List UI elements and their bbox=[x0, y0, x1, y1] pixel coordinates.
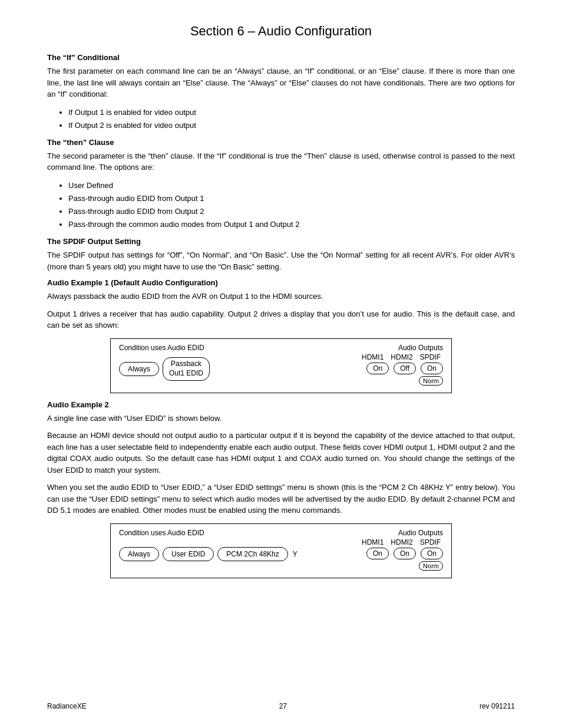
para-audio-ex1-2: Output 1 drives a receiver that has audi… bbox=[47, 308, 515, 331]
list-item: If Output 2 is enabled for video output bbox=[68, 119, 515, 132]
list-item: If Output 1 is enabled for video output bbox=[68, 106, 515, 119]
diagram1-spdif-output[interactable]: On bbox=[421, 363, 443, 374]
list-item: Pass-through the common audio modes from… bbox=[68, 218, 515, 231]
diagram1-norm-pill[interactable]: Norm bbox=[419, 376, 443, 386]
bullets-then-clause: User Defined Pass-through audio EDID fro… bbox=[68, 179, 515, 231]
diagram1-right-section: HDMI1 HDMI2 SPDIF On Off On Norm bbox=[362, 353, 443, 386]
section-spdif: The SPDIF Output Setting The SPDIF outpu… bbox=[47, 237, 515, 272]
heading-spdif: The SPDIF Output Setting bbox=[47, 237, 515, 246]
section-audio-example-2: Audio Example 2 A single line case with … bbox=[47, 400, 515, 578]
diagram2-hdmi2-label: HDMI2 bbox=[391, 538, 412, 546]
diagram1-row: Always PassbackOut1 EDID HDMI1 HDMI2 SPD… bbox=[119, 353, 443, 386]
diagram-audio-example-1: Condition uses Audio EDID Audio Outputs … bbox=[110, 338, 452, 393]
diagram2-norm-pill[interactable]: Norm bbox=[419, 561, 443, 571]
para-then-clause-1: The second parameter is the “then” claus… bbox=[47, 150, 515, 173]
diagram2-sublabels: HDMI1 HDMI2 SPDIF bbox=[362, 538, 443, 546]
diagram1-buttons: Always PassbackOut1 EDID bbox=[119, 357, 210, 380]
diagram1-hdmi2-output[interactable]: Off bbox=[394, 363, 416, 374]
footer-right: rev 091211 bbox=[480, 702, 515, 710]
diagram2-output-row: On On On bbox=[366, 548, 443, 559]
list-item: Pass-through audio EDID from Output 2 bbox=[68, 205, 515, 218]
diagram2-pcm-button[interactable]: PCM 2Ch 48Khz bbox=[217, 547, 287, 561]
diagram2-y-label: Y bbox=[293, 550, 297, 558]
heading-audio-example-2: Audio Example 2 bbox=[47, 400, 515, 409]
footer-center: 27 bbox=[279, 702, 287, 710]
diagram2-always-button[interactable]: Always bbox=[119, 547, 159, 561]
diagram2-norm-row: Norm bbox=[419, 560, 443, 571]
section-audio-example-1: Audio Example 1 (Default Audio Configura… bbox=[47, 278, 515, 393]
diagram1-always-button[interactable]: Always bbox=[119, 362, 159, 376]
diagram1-right-label: Audio Outputs bbox=[398, 344, 443, 352]
diagram-audio-example-2: Condition uses Audio EDID Audio Outputs … bbox=[110, 523, 452, 578]
section-then-clause: The “then” Clause The second parameter i… bbox=[47, 138, 515, 231]
diagram2-left-label: Condition uses Audio EDID bbox=[119, 529, 204, 537]
diagram1-hdmi1-output[interactable]: On bbox=[366, 363, 389, 374]
diagram2-row: Always User EDID PCM 2Ch 48Khz Y HDMI1 H… bbox=[119, 538, 443, 571]
diagram1-spdif-label: SPDIF bbox=[420, 353, 441, 361]
diagram1-norm-row: Norm bbox=[419, 375, 443, 386]
list-item: User Defined bbox=[68, 179, 515, 192]
diagram2-top-labels: Condition uses Audio EDID Audio Outputs bbox=[119, 529, 443, 537]
para-spdif-1: The SPDIF output has settings for “Off”,… bbox=[47, 249, 515, 272]
diagram1-passback-button[interactable]: PassbackOut1 EDID bbox=[163, 357, 210, 380]
diagram2-hdmi1-output[interactable]: On bbox=[366, 548, 389, 559]
diagram2-hdmi1-label: HDMI1 bbox=[362, 538, 384, 546]
heading-if-conditional: The “If” Conditional bbox=[47, 53, 515, 62]
footer-left: RadianceXE bbox=[47, 702, 87, 710]
diagram2-spdif-output[interactable]: On bbox=[421, 548, 443, 559]
para-audio-ex2-3: When you set the audio EDID to “User EDI… bbox=[47, 482, 515, 516]
diagram2-spdif-label: SPDIF bbox=[420, 538, 441, 546]
heading-audio-example-1: Audio Example 1 (Default Audio Configura… bbox=[47, 278, 515, 287]
diagram1-hdmi2-label: HDMI2 bbox=[391, 353, 412, 361]
section-if-conditional: The “If” Conditional The first parameter… bbox=[47, 53, 515, 132]
diagram2-right-label: Audio Outputs bbox=[398, 529, 443, 537]
diagram1-sublabels: HDMI1 HDMI2 SPDIF bbox=[362, 353, 443, 361]
para-audio-ex2-1: A single line case with “User EDID” is s… bbox=[47, 413, 515, 424]
diagram2-buttons: Always User EDID PCM 2Ch 48Khz Y bbox=[119, 547, 297, 561]
diagram1-output-row: On Off On bbox=[366, 363, 443, 374]
bullets-if-conditional: If Output 1 is enabled for video output … bbox=[68, 106, 515, 132]
para-audio-ex2-2: Because an HDMI device should not output… bbox=[47, 430, 515, 476]
heading-then-clause: The “then” Clause bbox=[47, 138, 515, 147]
diagram2-hdmi2-output[interactable]: On bbox=[394, 548, 416, 559]
para-audio-ex1-1: Always passback the audio EDID from the … bbox=[47, 291, 515, 302]
diagram2-useredid-button[interactable]: User EDID bbox=[163, 547, 214, 561]
diagram1-top-labels: Condition uses Audio EDID Audio Outputs bbox=[119, 344, 443, 352]
diagram1-left-label: Condition uses Audio EDID bbox=[119, 344, 204, 352]
diagram2-right-section: HDMI1 HDMI2 SPDIF On On On Norm bbox=[362, 538, 443, 571]
diagram1-hdmi1-label: HDMI1 bbox=[362, 353, 384, 361]
para-if-conditional-1: The first parameter on each command line… bbox=[47, 65, 515, 100]
footer: RadianceXE 27 rev 091211 bbox=[47, 702, 515, 710]
list-item: Pass-through audio EDID from Output 1 bbox=[68, 192, 515, 205]
page-title: Section 6 – Audio Configuration bbox=[47, 24, 515, 39]
